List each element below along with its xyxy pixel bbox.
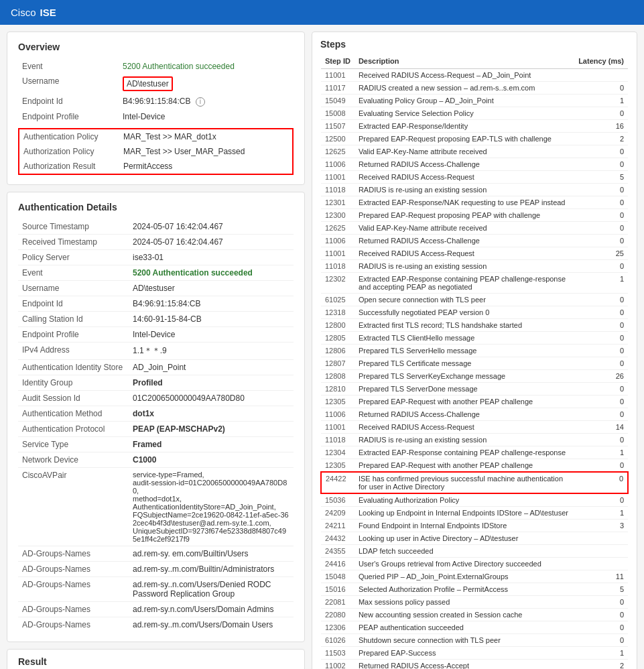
table-row: 12302Extracted EAP-Response containing P…	[321, 273, 628, 294]
step-latency-cell: 0	[574, 158, 628, 171]
step-desc-cell: Extracted EAP-Response/NAK requesting to…	[355, 196, 574, 209]
ad-groups-2-row: AD-Groups-Names ad.rem-sy..m.com/Builtin…	[18, 561, 294, 576]
endpoint-profile-detail-row: Endpoint Profile Intel-Device	[18, 326, 294, 342]
step-desc-cell: Received RADIUS Access-Request	[355, 247, 574, 260]
identity-group-value: Profiled	[129, 375, 294, 390]
step-desc-cell: Prepared TLS ServerHello message	[355, 345, 574, 357]
top-bar: Cisco ISE	[0, 0, 644, 25]
step-id-cell: 12625	[321, 222, 355, 235]
step-id-cell: 12304	[321, 446, 355, 459]
step-id-cell: 12302	[321, 273, 355, 294]
step-id-cell: 12305	[321, 459, 355, 473]
step-desc-cell: Received RADIUS Access-Request – AD_Join…	[355, 69, 574, 82]
step-latency-cell: 0	[574, 408, 628, 421]
event-label: Event	[18, 59, 119, 74]
step-desc-cell: Returned RADIUS Access-Challenge	[355, 158, 574, 171]
table-row: 15049Evaluating Policy Group – AD_Join_P…	[321, 95, 628, 107]
step-desc-cell: Returned RADIUS Access-Challenge	[355, 235, 574, 247]
table-row: 12305Prepared EAP-Request with another P…	[321, 396, 628, 408]
table-row: 11002Returned RADIUS Access-Accept2	[321, 660, 628, 670]
audit-session-label: Audit Session Id	[18, 390, 129, 406]
username-label: Username	[18, 74, 119, 94]
step-latency-cell: 1	[574, 507, 628, 520]
step-desc-cell: Valid EAP-Key-Name attribute received	[355, 222, 574, 235]
step-id-cell: 24422	[321, 472, 355, 493]
calling-station-value: 14:60-91-15-84-CB	[129, 311, 294, 326]
step-latency-cell: 0	[574, 306, 628, 319]
step-id-cell: 12625	[321, 145, 355, 158]
overview-title: Overview	[18, 42, 294, 52]
step-latency-cell: 3	[574, 520, 628, 532]
table-row: 11001Received RADIUS Access-Request5	[321, 171, 628, 184]
ad-groups-5-value: ad.rem-sy..m.com/Users/Domain Users	[129, 617, 294, 632]
table-row: 22080New accounting session created in S…	[321, 609, 628, 621]
auth-method-label: Authentication Method	[18, 406, 129, 421]
auth-policy-label: Authentication Policy	[19, 129, 119, 144]
identity-group-row: Identity Group Profiled	[18, 375, 294, 390]
step-id-cell: 22080	[321, 609, 355, 621]
table-row: 11001Received RADIUS Access-Request14	[321, 421, 628, 434]
step-id-cell: 11001	[321, 421, 355, 434]
step-desc-cell: Received RADIUS Access-Request	[355, 421, 574, 434]
table-row: 12807Prepared TLS Certificate message0	[321, 357, 628, 370]
steps-table: Step ID Description Latency (ms) 11001Re…	[320, 54, 629, 669]
auth-protocol-value: PEAP (EAP-MSCHAPv2)	[129, 421, 294, 436]
source-timestamp-row: Source Timestamp 2024-05-07 16:42:04.467	[18, 219, 294, 235]
cisco-avpair-value: service-type=Framed,audit-session-id=01C…	[129, 467, 294, 546]
step-id-cell: 11018	[321, 260, 355, 273]
step-desc-cell: Max sessions policy passed	[355, 596, 574, 609]
step-id-cell: 11006	[321, 235, 355, 247]
col-latency: Latency (ms)	[574, 54, 628, 69]
event-detail-label: Event	[18, 265, 129, 280]
username-detail-label: Username	[18, 280, 129, 296]
step-latency-cell: 1	[574, 273, 628, 294]
left-panel: Overview Event 5200 Authentication succe…	[7, 32, 305, 669]
result-card: Result	[7, 649, 305, 669]
step-latency-cell: 0	[574, 357, 628, 370]
endpoint-info-icon[interactable]: i	[196, 97, 205, 107]
step-id-cell: 11001	[321, 247, 355, 260]
main-content: Overview Event 5200 Authentication succe…	[0, 25, 644, 669]
step-latency-cell: 0	[574, 493, 628, 507]
step-desc-cell: Valid EAP-Key-Name attribute received	[355, 145, 574, 158]
right-panel: Steps Step ID Description Latency (ms) 1…	[312, 32, 637, 669]
ad-groups-5-row: AD-Groups-Names ad.rem-sy..m.com/Users/D…	[18, 617, 294, 632]
step-latency-cell: 14	[574, 421, 628, 434]
identity-group-label: Identity Group	[18, 375, 129, 390]
step-desc-cell: Prepared EAP-Request proposing EAP-TLS w…	[355, 133, 574, 145]
step-desc-cell: Queried PIP – AD_Join_Point.ExternalGrou…	[355, 570, 574, 583]
step-desc-cell: Prepared TLS Certificate message	[355, 357, 574, 370]
step-id-cell: 24416	[321, 558, 355, 570]
step-desc-cell: Prepared EAP-Request with another PEAP c…	[355, 459, 574, 473]
table-row: 12306PEAP authentication succeeded0	[321, 621, 628, 634]
step-id-cell: 15049	[321, 95, 355, 107]
endpoint-profile-label: Endpoint Profile	[18, 109, 119, 124]
service-type-label: Service Type	[18, 436, 129, 452]
ad-groups-3-row: AD-Groups-Names ad.rem-sy..n.com/Users/D…	[18, 576, 294, 601]
authz-policy-label: Authorization Policy	[19, 144, 119, 159]
table-row: 15036Evaluating Authorization Policy0	[321, 493, 628, 507]
step-latency-cell: 0	[574, 396, 628, 408]
step-desc-cell: ISE has confirmed previous successful ma…	[355, 472, 574, 493]
auth-protocol-label: Authentication Protocol	[18, 421, 129, 436]
step-latency-cell: 0	[574, 383, 628, 396]
step-id-cell: 61025	[321, 294, 355, 306]
step-desc-cell: Evaluating Authorization Policy	[355, 493, 574, 507]
step-id-cell: 12500	[321, 133, 355, 145]
step-desc-cell: PEAP authentication succeeded	[355, 621, 574, 634]
endpoint-id-label: Endpoint Id	[18, 94, 119, 109]
step-id-cell: 24211	[321, 520, 355, 532]
step-latency-cell	[574, 532, 628, 545]
overview-card: Overview Event 5200 Authentication succe…	[7, 32, 305, 185]
step-id-cell: 11017	[321, 82, 355, 95]
step-latency-cell: 1	[574, 446, 628, 459]
step-id-cell: 12810	[321, 383, 355, 396]
table-row: 12805Extracted TLS ClientHello message0	[321, 332, 628, 345]
step-id-cell: 24355	[321, 545, 355, 558]
network-device-value: C1000	[129, 452, 294, 467]
overview-table: Event 5200 Authentication succeeded User…	[18, 59, 294, 124]
policy-server-value: ise33-01	[129, 249, 294, 265]
brand-label: Cisco	[11, 7, 36, 18]
endpoint-id-row: Endpoint Id B4:96:91:15:84:CB i	[18, 94, 294, 109]
step-desc-cell: Looking up Endpoint in Internal Endpoint…	[355, 507, 574, 520]
